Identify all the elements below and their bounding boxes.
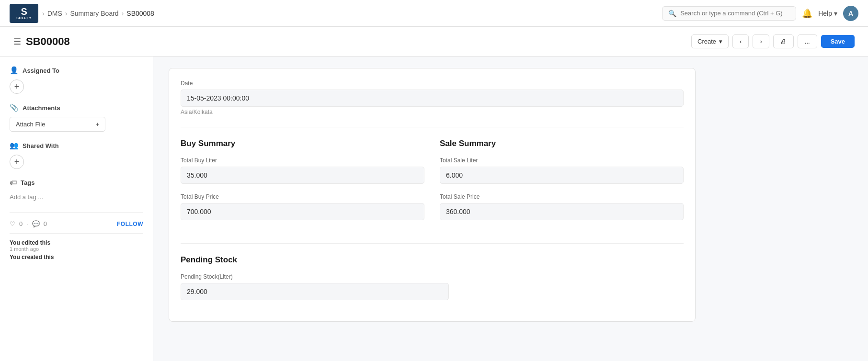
total-buy-liter-value: 35.000 xyxy=(181,167,424,184)
avatar[interactable]: A xyxy=(843,6,858,21)
activity-2-text: You created this xyxy=(10,254,54,260)
date-field-group: Date 15-05-2023 00:00:00 Asia/Kolkata xyxy=(181,80,684,115)
comment-icon: 💬 xyxy=(32,220,40,227)
page-title: SB00008 xyxy=(26,35,70,48)
breadcrumb-sep-2: › xyxy=(65,10,68,17)
summary-columns: Buy Summary Total Buy Liter 35.000 Total… xyxy=(181,139,684,230)
timezone-value: Asia/Kolkata xyxy=(181,109,684,115)
tag-icon: 🏷 xyxy=(10,179,17,187)
activity-1-text: You edited this xyxy=(10,239,50,246)
total-sale-liter-label: Total Sale Liter xyxy=(440,157,684,164)
buy-summary-section: Buy Summary Total Buy Liter 35.000 Total… xyxy=(181,139,424,230)
pending-stock-section: Pending Stock Pending Stock(Liter) 29.00… xyxy=(181,255,684,300)
hamburger-icon[interactable]: ☰ xyxy=(13,36,21,47)
like-icon: ♡ xyxy=(10,220,15,227)
tags-label: 🏷 Tags xyxy=(10,179,143,187)
top-navigation: S SOLUFY › DMS › Summary Board › SB00008… xyxy=(0,0,868,27)
assigned-to-label: 👤 Assigned To xyxy=(10,66,143,75)
create-label: Create xyxy=(697,38,716,45)
page-header: ☰ SB00008 Create ▾ ‹ › 🖨 ... Save xyxy=(0,27,868,56)
total-buy-price-group: Total Buy Price 700.000 xyxy=(181,193,424,220)
nav-right: 🔍 🔔 Help ▾ A xyxy=(662,6,858,21)
attachment-icon: 📎 xyxy=(10,103,19,112)
sidebar: 👤 Assigned To + 📎 Attachments Attach Fil… xyxy=(0,56,153,361)
sale-summary-heading: Sale Summary xyxy=(440,139,684,148)
breadcrumb-current: SB00008 xyxy=(126,10,154,17)
date-label: Date xyxy=(181,80,684,87)
add-assigned-button[interactable]: + xyxy=(10,79,24,94)
page-title-area: ☰ SB00008 xyxy=(13,35,70,48)
total-sale-liter-value: 6.000 xyxy=(440,167,684,184)
total-buy-liter-label: Total Buy Liter xyxy=(181,157,424,164)
activity-section: ♡ 0 · 💬 0 FOLLOW You edited this 1 month… xyxy=(10,212,143,260)
more-label: ... xyxy=(805,38,810,45)
assigned-to-icon: 👤 xyxy=(10,66,19,75)
save-button[interactable]: Save xyxy=(821,35,855,48)
add-tag-button[interactable]: Add a tag ... xyxy=(10,193,43,201)
print-button[interactable]: 🖨 xyxy=(773,34,794,48)
total-sale-liter-group: Total Sale Liter 6.000 xyxy=(440,157,684,184)
content-card: Date 15-05-2023 00:00:00 Asia/Kolkata Bu… xyxy=(169,68,696,322)
search-box[interactable]: 🔍 xyxy=(662,6,796,21)
breadcrumb: › DMS › Summary Board › SB00008 xyxy=(42,10,154,17)
help-button[interactable]: Help ▾ xyxy=(818,10,837,17)
activity-log-1: You edited this 1 month ago xyxy=(10,239,143,252)
breadcrumb-summary-board[interactable]: Summary Board xyxy=(70,10,118,17)
total-buy-price-value: 700.000 xyxy=(181,203,424,220)
date-value: 15-05-2023 00:00:00 xyxy=(181,90,684,107)
tags-section: 🏷 Tags Add a tag ... xyxy=(10,179,143,201)
total-buy-liter-group: Total Buy Liter 35.000 xyxy=(181,157,424,184)
likes-count: 0 xyxy=(19,220,23,227)
main-layout: 👤 Assigned To + 📎 Attachments Attach Fil… xyxy=(0,56,868,361)
activity-1-time: 1 month ago xyxy=(10,246,143,252)
next-icon: › xyxy=(760,38,762,45)
comments-count: 0 xyxy=(44,220,47,227)
attach-file-button[interactable]: Attach File + xyxy=(10,117,105,132)
notification-bell-icon[interactable]: 🔔 xyxy=(802,8,812,19)
total-sale-price-label: Total Sale Price xyxy=(440,193,684,200)
main-content: Date 15-05-2023 00:00:00 Asia/Kolkata Bu… xyxy=(153,56,868,361)
help-chevron-icon: ▾ xyxy=(834,10,837,17)
shared-with-label: 👥 Shared With xyxy=(10,141,143,150)
search-input[interactable] xyxy=(680,10,790,17)
breadcrumb-sep-1: › xyxy=(42,10,45,17)
logo[interactable]: S SOLUFY xyxy=(10,4,38,23)
activity-separator: · xyxy=(26,220,28,227)
header-actions: Create ▾ ‹ › 🖨 ... Save xyxy=(691,34,855,48)
search-icon: 🔍 xyxy=(668,10,676,17)
create-button[interactable]: Create ▾ xyxy=(691,34,729,48)
total-sale-price-value: 360.000 xyxy=(440,203,684,220)
pending-stock-heading: Pending Stock xyxy=(181,255,684,265)
more-button[interactable]: ... xyxy=(798,34,817,48)
attach-plus-icon: + xyxy=(95,121,99,128)
pending-stock-liter-value: 29.000 xyxy=(181,283,449,300)
shared-with-icon: 👥 xyxy=(10,141,19,150)
attachments-section: 📎 Attachments Attach File + xyxy=(10,103,143,132)
sale-summary-section: Sale Summary Total Sale Liter 6.000 Tota… xyxy=(440,139,684,230)
shared-with-section: 👥 Shared With + xyxy=(10,141,143,169)
buy-summary-heading: Buy Summary xyxy=(181,139,424,148)
help-label: Help xyxy=(818,10,832,17)
total-sale-price-group: Total Sale Price 360.000 xyxy=(440,193,684,220)
add-shared-button[interactable]: + xyxy=(10,155,24,169)
prev-button[interactable]: ‹ xyxy=(732,34,749,48)
total-buy-price-label: Total Buy Price xyxy=(181,193,424,200)
breadcrumb-sep-3: › xyxy=(122,10,124,17)
prev-icon: ‹ xyxy=(740,38,742,45)
breadcrumb-dms[interactable]: DMS xyxy=(47,10,62,17)
attachments-label: 📎 Attachments xyxy=(10,103,143,112)
next-button[interactable]: › xyxy=(753,34,769,48)
pending-stock-liter-label: Pending Stock(Liter) xyxy=(181,273,684,280)
activity-row: ♡ 0 · 💬 0 FOLLOW xyxy=(10,220,143,227)
pending-stock-liter-group: Pending Stock(Liter) 29.000 xyxy=(181,273,684,300)
assigned-to-section: 👤 Assigned To + xyxy=(10,66,143,94)
activity-log-2: You created this xyxy=(10,254,143,260)
nav-left: S SOLUFY › DMS › Summary Board › SB00008 xyxy=(10,4,154,23)
print-icon: 🖨 xyxy=(780,38,787,45)
create-chevron-icon: ▾ xyxy=(719,38,722,45)
follow-button[interactable]: FOLLOW xyxy=(117,221,143,227)
